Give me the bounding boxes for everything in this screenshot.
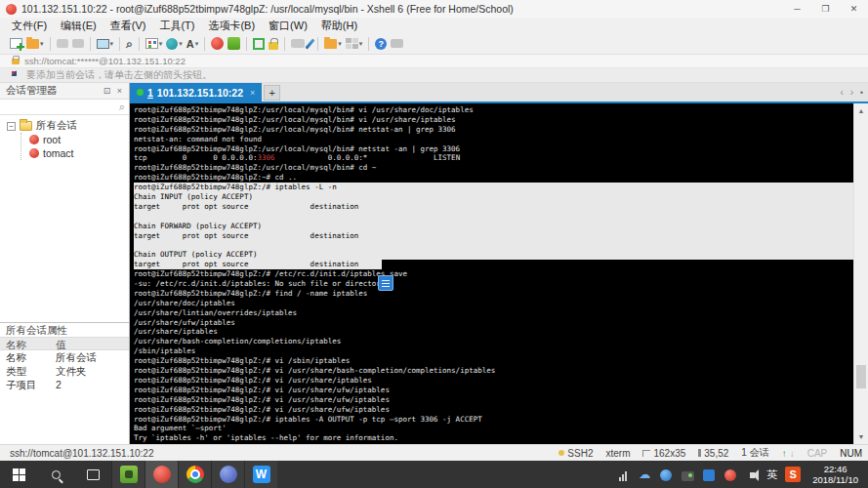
taskbar-app-chrome[interactable] [178,461,211,488]
virtual-keyboard-button[interactable] [289,34,307,54]
menu-item-tab[interactable]: 选项卡(B) [201,19,262,33]
highlight-button[interactable] [307,34,313,54]
prop-value: 文件夹 [56,364,129,378]
color-scheme-button[interactable]: ▾ [144,34,165,54]
terminal-output[interactable]: root@iZuf688p52tbimpw748glpZ:/usr/local/… [130,103,853,444]
lock-screen-button[interactable] [267,34,280,54]
start-button[interactable] [0,461,37,488]
menu-item-edit[interactable]: 编辑(E) [54,19,103,33]
encoding-globe-icon [166,38,178,50]
layout-button[interactable]: ▾ [344,34,365,54]
terminal-scrollbar[interactable]: ▲ ▼ [853,103,868,444]
tab-scroll-right-icon[interactable]: › [850,87,853,98]
cloud-icon[interactable]: ☁ [638,468,651,481]
volume-icon[interactable] [745,468,759,481]
scrollbar-thumb[interactable] [856,365,866,388]
statusbar: ssh://tomcat@101.132.151.10:22 SSH2 xter… [0,444,868,461]
tree-expander-icon[interactable]: − [7,122,16,131]
menu-item-view[interactable]: 查看(V) [103,19,153,33]
pen-icon [306,38,315,49]
sogou-input-icon[interactable]: S [785,467,801,482]
scroll-down-icon[interactable]: ▼ [854,429,868,444]
taskbar-search-button[interactable] [37,461,74,488]
properties-table-header: 名称 值 [0,337,129,350]
tab-session-1[interactable]: 1 101.132.151.10:22 × [130,83,262,102]
xftp-icon [227,37,240,50]
column-value[interactable]: 值 [56,338,129,349]
open-session-button[interactable]: ▾ [24,34,46,54]
new-tab-button[interactable]: + [264,85,280,101]
find-button[interactable]: ⌕ [124,34,135,54]
tab-close-icon[interactable]: × [250,88,255,98]
xftp-button[interactable] [226,34,242,54]
menu-item-tools[interactable]: 工具(T) [152,19,201,33]
table-row[interactable]: 子项目 2 [0,378,129,391]
window-title: 101.132.151.10:22 - root@iZuf688p52tbimp… [21,3,783,15]
minimize-button[interactable]: ─ [783,0,811,18]
new-session-button[interactable] [8,34,24,54]
menu-item-file[interactable]: 文件(F) [5,19,54,33]
toolbar-separator [90,37,91,51]
windows-taskbar: W ☁ 英 S 22:46 2018/11/10 [0,461,868,488]
column-name[interactable]: 名称 [0,338,56,349]
session-properties-icon [97,39,109,49]
pin-panel-button[interactable]: ⊡ [101,86,113,96]
search-icon [52,470,61,479]
close-button[interactable]: ✕ [840,0,868,18]
main-area: 会话管理器 ⊡ × ⌕ − 所有会话 root [0,83,868,444]
taskbar-app-green[interactable] [111,461,145,488]
titlebar: 101.132.151.10:22 - root@iZuf688p52tbimp… [0,0,868,18]
taskbar-clock[interactable]: 22:46 2018/11/10 [808,464,862,486]
tab-menu-icon[interactable]: ▪ [860,88,863,97]
properties-panel-title: 所有会话属性 [0,322,129,337]
session-url[interactable]: ssh://tomcat:******@101.132.151.10:22 [24,56,186,66]
toolbar-separator [204,37,205,51]
tab-scroll-controls: ‹ › ▪ [840,87,868,98]
maximize-button[interactable]: ❐ [811,0,840,18]
help-icon: ? [375,38,387,50]
xshell-tray-icon[interactable] [723,468,737,481]
fullscreen-button[interactable] [251,34,267,54]
status-transfer: ↑↓ [782,448,795,459]
session-properties-button[interactable]: ▾ [95,34,116,54]
session-manager-title: 会话管理器 [6,84,101,98]
feedback-button[interactable] [389,34,405,54]
clock-date: 2018/11/10 [812,474,858,485]
font-button[interactable]: A▾ [185,34,200,54]
tree-label-all-sessions: 所有会话 [36,119,77,133]
tabbar: 1 101.132.151.10:22 × + ‹ › ▪ [130,83,868,103]
terminal-area: 1 101.132.151.10:22 × + ‹ › ▪ root@iZuf6… [130,83,868,444]
tab-scroll-left-icon[interactable]: ‹ [840,87,843,98]
table-row[interactable]: 名称 所有会话 [0,350,129,364]
camera-icon[interactable] [681,468,694,481]
new-terminal-button[interactable] [209,34,226,54]
tree-item-root[interactable]: root [29,133,129,146]
taskbar-app-thunder[interactable] [211,461,244,488]
chevron-down-icon: ▾ [179,40,183,48]
help-button[interactable]: ? [373,34,389,54]
tree-item-tomact[interactable]: tomact [29,146,129,160]
scroll-up-icon[interactable]: ▲ [854,103,868,118]
table-row[interactable]: 类型 文件夹 [0,364,129,378]
add-session-arrow-icon[interactable] [12,71,21,80]
task-view-button[interactable] [74,461,111,488]
encoding-button[interactable]: ▾ [164,34,185,54]
app-circle-icon[interactable] [659,468,673,481]
selection-copy-icon[interactable] [378,275,393,291]
messenger-icon[interactable] [702,468,716,481]
disconnect-button[interactable] [55,34,70,54]
size-icon [642,450,650,457]
taskbar-app-xshell[interactable] [145,461,178,488]
menu-item-help[interactable]: 帮助(H) [314,19,364,33]
session-search-input[interactable] [4,102,119,112]
network-signal-icon[interactable] [616,468,630,481]
transfer-folder-button[interactable]: ▾ [322,34,344,54]
menu-item-window[interactable]: 窗口(W) [262,19,314,33]
reconnect-button[interactable] [70,34,86,54]
infobar: 要添加当前会话，请单击左侧的箭头按钮。 [0,68,868,83]
ime-indicator[interactable]: 英 [766,468,777,482]
tab-index: 1 [147,87,153,99]
taskbar-app-wiznote[interactable]: W [244,461,277,488]
tree-item-all-sessions[interactable]: − 所有会话 [7,119,129,133]
close-panel-button[interactable]: × [113,86,126,96]
